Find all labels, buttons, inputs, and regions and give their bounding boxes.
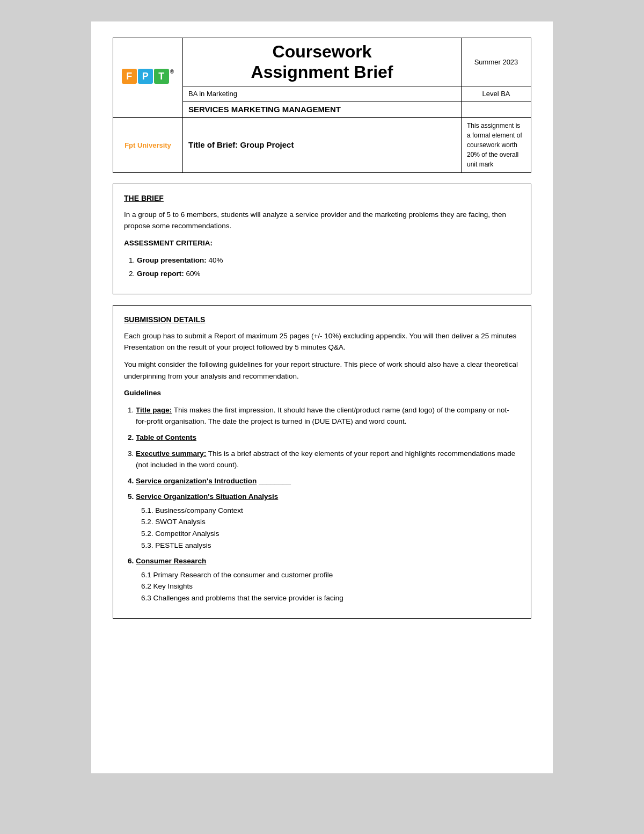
submission-section: SUBMISSION DETAILS Each group has to sub… [113, 305, 531, 619]
sub-item-5-4: 5.3. PESTLE analysis [141, 540, 520, 552]
level-cell: Level BA [462, 86, 531, 101]
criteria-label-1: Group presentation: [137, 256, 207, 264]
criteria-value-2: 60% [186, 270, 201, 278]
fpt-university-text: Fpt University [125, 141, 171, 149]
guidelines-label: Guidelines [124, 387, 520, 399]
brief-section-title: THE BRIEF [124, 194, 520, 202]
sub-item-5-3: 5.2. Competitor Analysis [141, 528, 520, 540]
letter-p: P [138, 69, 153, 84]
university-label: Fpt University [113, 117, 183, 172]
guideline-prefix-4: Service organization's Introduction [136, 477, 257, 485]
sub-list-6: 6.1 Primary Research of the consumer and… [136, 569, 520, 604]
letter-f: F [122, 69, 137, 84]
guideline-text-4: ________ [257, 477, 291, 485]
sub-item-6-2: 6.2 Key Insights [141, 581, 520, 592]
sub-item-5-1: 5.1. Business/company Context [141, 505, 520, 517]
empty-cell [462, 101, 531, 117]
guidelines-list: Title page: This makes the first impress… [124, 404, 520, 604]
reg-mark: ® [170, 69, 174, 84]
page-title-line2: Assignment Brief [188, 62, 456, 82]
guideline-prefix-6: Consumer Research [136, 557, 206, 565]
guideline-item-3: Executive summary: This is a brief abstr… [136, 448, 520, 471]
sub-item-6-1: 6.1 Primary Research of the consumer and… [141, 569, 520, 581]
page: F P T ® Coursework Assignment Brief Summ… [91, 21, 553, 773]
criteria-value-1: 40% [209, 256, 223, 264]
header-table: F P T ® Coursework Assignment Brief Summ… [113, 38, 531, 173]
criteria-list: Group presentation: 40% Group report: 60… [124, 255, 520, 280]
submission-para1: Each group has to submit a Report of max… [124, 330, 520, 353]
guideline-text-1: This makes the first impression. It shou… [136, 406, 509, 426]
sub-item-5-2: 5.2. SWOT Analysis [141, 516, 520, 528]
guideline-item-1: Title page: This makes the first impress… [136, 404, 520, 427]
page-title-line1: Coursework [188, 41, 456, 62]
guideline-prefix-5: Service Organization's Situation Analysi… [136, 492, 278, 501]
module-cell: SERVICES MARKETING MANAGEMENT [183, 101, 462, 117]
logo-cell: F P T ® [113, 38, 183, 118]
brief-section-body: In a group of 5 to 6 members, students w… [124, 209, 520, 280]
guideline-item-6: Consumer Research 6.1 Primary Research o… [136, 555, 520, 604]
sub-list-5: 5.1. Business/company Context 5.2. SWOT … [136, 505, 520, 551]
brief-section: THE BRIEF In a group of 5 to 6 members, … [113, 184, 531, 294]
guideline-prefix-1: Title page: [136, 406, 172, 414]
criteria-item-2: Group report: 60% [137, 268, 520, 280]
sub-item-6-3: 6.3 Challenges and problems that the ser… [141, 592, 520, 604]
fpt-letters: F P T ® [122, 69, 174, 84]
assessment-label: ASSESSMENT CRITERIA: [124, 237, 520, 249]
guideline-item-2: Table of Contents [136, 432, 520, 444]
guideline-item-5: Service Organization's Situation Analysi… [136, 491, 520, 551]
submission-para2: You might consider the following guideli… [124, 359, 520, 382]
guideline-item-4: Service organization's Introduction ____… [136, 475, 520, 487]
course-cell: BA in Marketing [183, 86, 462, 101]
letter-t: T [154, 69, 169, 84]
guideline-prefix-3: Executive summary: [136, 449, 206, 458]
title-cell: Coursework Assignment Brief [183, 38, 462, 86]
season-cell: Summer 2023 [462, 38, 531, 86]
guideline-prefix-2: Table of Contents [136, 433, 196, 441]
submission-section-body: Each group has to submit a Report of max… [124, 330, 520, 604]
brief-title-cell: Title of Brief: Group Project [183, 117, 462, 172]
submission-section-title: SUBMISSION DETAILS [124, 315, 520, 324]
weight-cell: This assignment is a formal element of c… [462, 117, 531, 172]
criteria-item-1: Group presentation: 40% [137, 255, 520, 266]
fpt-logo: F P T ® [119, 69, 177, 86]
brief-intro: In a group of 5 to 6 members, students w… [124, 209, 520, 232]
criteria-label-2: Group report: [137, 270, 184, 278]
